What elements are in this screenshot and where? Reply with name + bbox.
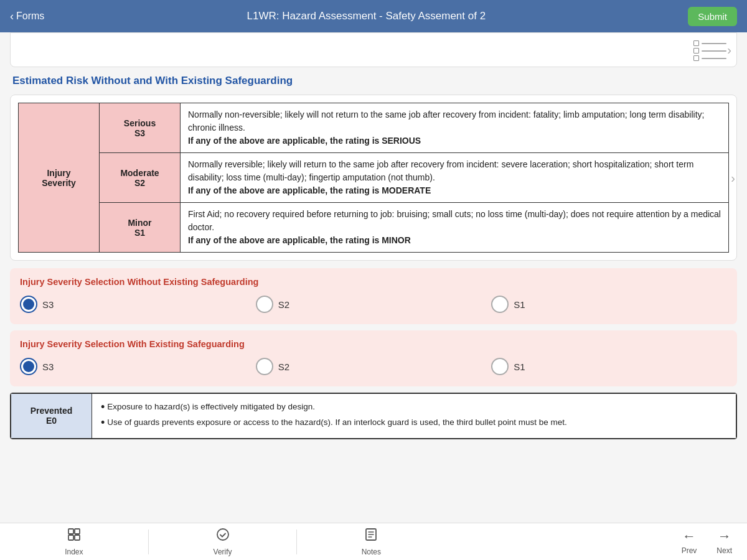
next-arrow-icon: → [718, 528, 731, 544]
radio-label-s1-without: S1 [514, 299, 525, 310]
app-footer: Index Verify Notes [0, 523, 747, 560]
prev-label: Prev [682, 546, 697, 555]
moderate-name-cell: Moderate S2 [100, 153, 181, 203]
radio-label-s3-with: S3 [42, 362, 54, 372]
serious-desc-text: Normally non-reversible; likely will not… [188, 110, 704, 133]
bottom-table-row: Prevented E0 • Exposure to hazard(s) is … [11, 394, 736, 439]
minor-desc-text: First Aid; no recovery required before r… [188, 209, 721, 232]
footer-index-item[interactable]: Index [0, 527, 148, 556]
minor-code: S1 [134, 228, 145, 238]
footer-next-item[interactable]: → Next [707, 528, 742, 555]
prevented-code: E0 [46, 416, 57, 426]
radio-label-s1-with: S1 [514, 362, 525, 372]
radio-circle-s1-with[interactable] [491, 358, 509, 375]
serious-name-cell: Serious S3 [100, 103, 181, 153]
severity-table-card: InjurySeverity Serious S3 Normally non-r… [10, 95, 737, 261]
notes-label: Notes [362, 548, 381, 556]
minor-name-cell: Minor S1 [100, 203, 181, 253]
prevented-desc-cell: • Exposure to hazard(s) is effectively m… [92, 394, 736, 439]
minor-name: Minor [128, 218, 151, 228]
app-header: ‹ Forms L1WR: Hazard Assessment - Safety… [0, 0, 747, 32]
svg-rect-0 [68, 529, 73, 534]
radio-circle-s1-without[interactable] [491, 296, 509, 313]
selection-with-section: Injury Severity Selection With Existing … [10, 330, 737, 386]
bullet-2: • Use of guards prevents exposure or acc… [101, 416, 727, 430]
footer-nav-group: ← Prev → Next [445, 528, 747, 555]
radio-circle-s2-with[interactable] [256, 358, 273, 375]
moderate-bold-line: If any of the above are applicable, the … [188, 185, 431, 195]
table-wrapper: InjurySeverity Serious S3 Normally non-r… [11, 95, 736, 260]
radio-circle-s2-without[interactable] [256, 296, 273, 313]
bullet-text-2: Use of guards prevents exposure or acces… [107, 416, 566, 429]
bullet-dot-2: • [101, 416, 105, 430]
moderate-desc-cell: Normally reversible; likely will return … [181, 153, 729, 203]
list-icon[interactable] [693, 40, 726, 61]
radio-label-s2-with: S2 [278, 362, 289, 372]
moderate-desc-text: Normally reversible; likely will return … [188, 159, 693, 182]
radio-group-without: S3 S2 S1 [20, 296, 727, 313]
next-label: Next [716, 546, 732, 555]
table-chevron-icon: › [731, 170, 735, 185]
submit-button[interactable]: Submit [688, 7, 737, 26]
radio-option-s1-with[interactable]: S1 [491, 358, 727, 375]
serious-name: Serious [124, 118, 156, 128]
minor-bold-line: If any of the above are applicable, the … [188, 235, 411, 245]
svg-point-4 [217, 529, 228, 540]
prevented-name-cell: Prevented E0 [11, 394, 92, 439]
bullet-text-1: Exposure to hazard(s) is effectively mit… [107, 400, 315, 414]
section-title: Estimated Risk Without and With Existing… [12, 75, 737, 87]
page-title: L1WR: Hazard Assessment - Safety Assemen… [44, 10, 688, 22]
radio-circle-s3-with[interactable] [20, 358, 37, 375]
verify-icon [215, 527, 230, 546]
prevented-name: Prevented [31, 406, 73, 416]
moderate-name: Moderate [120, 168, 159, 178]
chevron-right-icon: › [722, 38, 736, 62]
bullet-1: • Exposure to hazard(s) is effectively m… [101, 400, 727, 414]
verify-label: Verify [214, 548, 232, 556]
list-lines [693, 40, 726, 61]
back-button[interactable]: ‹ Forms [10, 10, 44, 23]
moderate-code: S2 [134, 178, 145, 188]
severity-table: InjurySeverity Serious S3 Normally non-r… [18, 103, 729, 253]
index-label: Index [65, 548, 83, 556]
radio-option-s1-without[interactable]: S1 [491, 296, 727, 313]
selection-without-title: Injury Severity Selection Without Existi… [20, 277, 727, 287]
serious-bold-line: If any of the above are applicable, the … [188, 136, 421, 146]
list-box-icon [693, 40, 699, 46]
radio-option-s3-with[interactable]: S3 [20, 358, 256, 375]
notes-icon [364, 527, 378, 546]
injury-severity-label: InjurySeverity [19, 103, 100, 253]
table-row-minor: Minor S1 First Aid; no recovery required… [19, 203, 729, 253]
radio-circle-s3-without[interactable] [20, 296, 37, 313]
chevron-left-icon: ‹ [10, 10, 14, 23]
back-label: Forms [16, 11, 44, 22]
radio-option-s3-without[interactable]: S3 [20, 296, 256, 313]
radio-option-s2-with[interactable]: S2 [256, 358, 492, 375]
serious-code: S3 [134, 128, 145, 138]
serious-desc-cell: Normally non-reversible; likely will not… [181, 103, 729, 153]
bottom-card: Prevented E0 • Exposure to hazard(s) is … [10, 393, 737, 439]
selection-without-section: Injury Severity Selection Without Existi… [10, 268, 737, 324]
footer-verify-item[interactable]: Verify [149, 527, 297, 556]
top-partial-card: › [10, 32, 737, 67]
bullet-dot-1: • [101, 400, 105, 414]
footer-left: Index Verify Notes [0, 527, 445, 556]
list-box-icon [693, 55, 699, 61]
bottom-table: Prevented E0 • Exposure to hazard(s) is … [11, 393, 736, 439]
footer-notes-item[interactable]: Notes [297, 527, 445, 556]
table-row-serious: InjurySeverity Serious S3 Normally non-r… [19, 103, 729, 153]
radio-group-with: S3 S2 S1 [20, 358, 727, 375]
table-row-moderate: Moderate S2 Normally reversible; likely … [19, 153, 729, 203]
prev-arrow-icon: ← [682, 528, 696, 544]
radio-label-s3-without: S3 [42, 299, 54, 310]
footer-prev-item[interactable]: ← Prev [672, 528, 707, 555]
radio-option-s2-without[interactable]: S2 [256, 296, 492, 313]
list-box-icon [693, 48, 699, 54]
main-scroll-area: › Estimated Risk Without and With Existi… [0, 32, 747, 523]
index-icon [67, 527, 82, 546]
selection-with-title: Injury Severity Selection With Existing … [20, 339, 727, 349]
svg-rect-1 [75, 529, 80, 534]
svg-rect-2 [68, 535, 73, 540]
minor-desc-cell: First Aid; no recovery required before r… [181, 203, 729, 253]
svg-rect-3 [75, 535, 80, 540]
